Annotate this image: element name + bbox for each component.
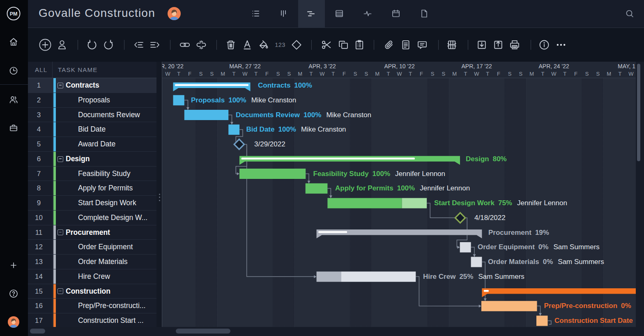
svg-text:PM: PM	[10, 11, 18, 17]
